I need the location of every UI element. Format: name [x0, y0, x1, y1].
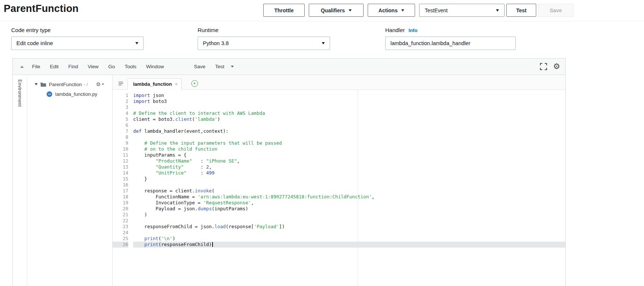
runtime-value: Python 3.8: [203, 40, 229, 46]
code-line[interactable]: [133, 182, 565, 188]
runtime-label: Runtime: [198, 27, 219, 33]
handler-label-text: Handler: [385, 27, 405, 33]
code-line[interactable]: Payload = json.dumps(inputParams): [133, 206, 565, 212]
code-line[interactable]: # on to the child function: [133, 146, 565, 152]
line-number: 19: [113, 200, 128, 206]
menu-item-tools[interactable]: Tools: [125, 64, 136, 69]
code-line[interactable]: ): [133, 212, 565, 218]
code-line[interactable]: [133, 134, 565, 140]
test-menu-caret-icon[interactable]: [231, 66, 234, 67]
code-entry-type-select[interactable]: Edit code inline: [11, 37, 144, 50]
menu-item-window[interactable]: Window: [146, 64, 164, 69]
fullscreen-icon[interactable]: [540, 63, 547, 70]
header-actions: Throttle Qualifiers Actions TestEvent Te…: [263, 4, 574, 17]
code-line[interactable]: FunctionName = 'arn:aws:lambda:eu-west-1…: [133, 194, 565, 200]
tree-folder-row[interactable]: ParentFunction - / ⚙: [27, 79, 112, 89]
menubar-collapse-icon[interactable]: [20, 66, 24, 68]
line-number: 26: [113, 242, 128, 248]
folder-expand-caret-icon[interactable]: [35, 83, 38, 85]
code-line[interactable]: inputParams = {: [133, 152, 565, 158]
settings-gear-icon[interactable]: ⚙: [553, 63, 560, 70]
python-file-icon: <>: [47, 91, 52, 97]
environment-tab[interactable]: Environment: [13, 75, 27, 286]
folder-icon: [40, 82, 46, 87]
line-number: 21: [113, 212, 128, 218]
code-line[interactable]: client = boto3.client('lambda'): [133, 116, 565, 122]
line-number: 16: [113, 182, 128, 188]
save-button[interactable]: Save: [538, 4, 574, 17]
code-line[interactable]: print('\n'): [133, 236, 565, 242]
menu-item-save[interactable]: Save: [194, 64, 205, 69]
code-line[interactable]: response = client.invoke(: [133, 188, 565, 194]
code-entry-type-label: Code entry type: [11, 27, 51, 33]
line-number: 3: [113, 104, 128, 110]
code-line[interactable]: # Define the input parameters that will …: [133, 140, 565, 146]
folder-suffix: - /: [84, 82, 88, 87]
chevron-down-icon: [496, 9, 499, 12]
code-area[interactable]: 1234567891011121314151617181920212223242…: [113, 90, 565, 286]
folder-name: ParentFunction: [49, 82, 82, 87]
code-line[interactable]: print(responseFromChild): [133, 242, 565, 248]
gear-icon: ⚙: [96, 82, 101, 87]
actions-label: Actions: [378, 7, 398, 13]
code-line[interactable]: [133, 230, 565, 236]
menu-item-test[interactable]: Test: [215, 64, 224, 69]
lambda-console-page: ParentFunction Throttle Qualifiers Actio…: [0, 0, 644, 286]
tab-close-icon[interactable]: ×: [175, 81, 178, 87]
throttle-label: Throttle: [274, 7, 293, 13]
throttle-button[interactable]: Throttle: [263, 4, 305, 17]
line-number: 8: [113, 134, 128, 140]
page-title: ParentFunction: [4, 3, 79, 15]
tab-list-icon[interactable]: [118, 81, 124, 87]
code-editor: File Edit Find View Go Tools Window Save…: [12, 58, 566, 286]
line-number: 5: [113, 116, 128, 122]
code-entry-type-value: Edit code inline: [16, 40, 53, 46]
test-event-value: TestEvent: [425, 7, 447, 13]
code-line[interactable]: InvocationType = 'RequestResponse',: [133, 200, 565, 206]
code-line[interactable]: [133, 218, 565, 224]
chevron-down-icon: [135, 42, 138, 44]
test-event-select[interactable]: TestEvent: [419, 4, 505, 17]
line-number: 11: [113, 152, 128, 158]
menu-item-file[interactable]: File: [32, 64, 40, 69]
text-cursor: [212, 242, 213, 247]
tree-file-row[interactable]: <> lambda_function.py: [27, 89, 112, 99]
editor-menu-items: File Edit Find View Go Tools Window: [32, 64, 164, 69]
code-line[interactable]: "UnitPrice" : 499: [133, 170, 565, 176]
code-line[interactable]: [133, 104, 565, 110]
line-number: 10: [113, 146, 128, 152]
tab-lambda-function[interactable]: lambda_function ×: [128, 78, 182, 90]
code-line[interactable]: def lambda_handler(event,context):: [133, 128, 565, 134]
line-number: 17: [113, 188, 128, 194]
line-number: 18: [113, 194, 128, 200]
editor-body: Environment ParentFunction - / ⚙ <>: [13, 75, 565, 286]
runtime-select[interactable]: Python 3.8: [198, 37, 330, 50]
code-line[interactable]: responseFromChild = json.load(response['…: [133, 224, 565, 230]
code-line[interactable]: import boto3: [133, 98, 565, 104]
line-number: 23: [113, 224, 128, 230]
code-line[interactable]: # Define the client to interact with AWS…: [133, 110, 565, 116]
actions-button[interactable]: Actions: [368, 4, 415, 17]
tab-bar: lambda_function × +: [113, 75, 565, 90]
menu-item-go[interactable]: Go: [108, 64, 115, 69]
test-button[interactable]: Test: [506, 4, 536, 17]
handler-input[interactable]: [385, 37, 516, 50]
tree-settings-button[interactable]: ⚙: [96, 82, 104, 87]
menu-item-find[interactable]: Find: [68, 64, 78, 69]
code-line[interactable]: "ProductName" : "iPhone SE",: [133, 158, 565, 164]
chevron-down-icon: [322, 42, 325, 44]
handler-info-link[interactable]: Info: [409, 28, 418, 33]
new-tab-button[interactable]: +: [191, 80, 198, 87]
qualifiers-button[interactable]: Qualifiers: [309, 4, 364, 17]
line-number: 12: [113, 158, 128, 164]
code-content[interactable]: import jsonimport boto3 # Define the cli…: [133, 92, 565, 286]
menu-item-edit[interactable]: Edit: [50, 64, 59, 69]
code-line[interactable]: }: [133, 176, 565, 182]
code-line[interactable]: "Quantity" : 2,: [133, 164, 565, 170]
code-line[interactable]: [133, 122, 565, 128]
code-line[interactable]: import json: [133, 92, 565, 98]
file-name: lambda_function.py: [55, 91, 97, 97]
editor-menu-bar: File Edit Find View Go Tools Window Save…: [13, 59, 565, 75]
menu-item-view[interactable]: View: [88, 64, 98, 69]
qualifiers-label: Qualifiers: [321, 7, 345, 13]
